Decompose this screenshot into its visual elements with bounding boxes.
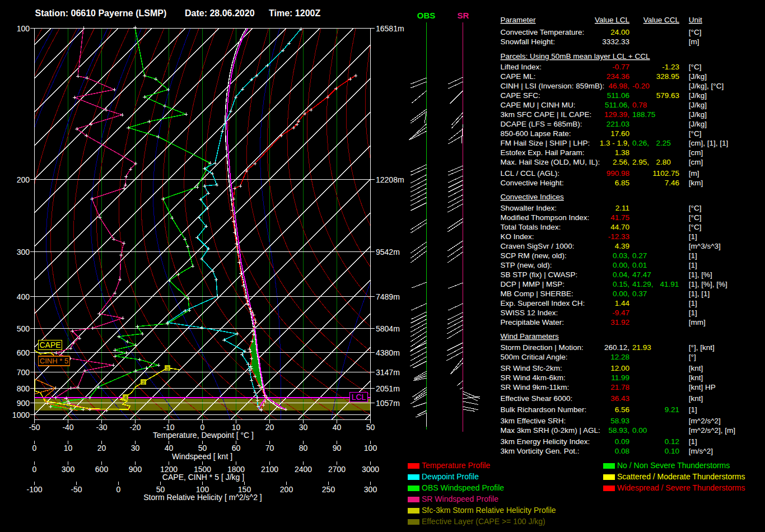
svg-text:Wind Parameters: Wind Parameters	[501, 332, 559, 340]
svg-text:CAPE, CINH * 5 [ J/kg ]: CAPE, CINH * 5 [ J/kg ]	[162, 473, 244, 482]
svg-text:200: 200	[17, 175, 30, 184]
svg-text:9.21: 9.21	[665, 405, 679, 414]
svg-text:1.3 - 1.9,: 1.3 - 1.9,	[600, 139, 629, 147]
svg-text:16581m: 16581m	[376, 24, 404, 33]
svg-text:[m^2/s^2]: [m^2/s^2]	[689, 417, 721, 425]
svg-text:STP (new, old):: STP (new, old):	[501, 261, 552, 269]
svg-text:0.12: 0.12	[665, 437, 679, 446]
svg-text:2.80: 2.80	[656, 158, 671, 166]
svg-text:90: 90	[333, 444, 342, 452]
svg-text:1.44: 1.44	[615, 299, 630, 307]
svg-text:Modified Thompson Index:: Modified Thompson Index:	[501, 213, 590, 222]
svg-text:0.78: 0.78	[632, 101, 647, 109]
svg-text:Parameter: Parameter	[501, 16, 537, 24]
svg-text:Storm Relative Helicity [ m^2: Storm Relative Helicity [ m^2/s^2 ]	[143, 493, 262, 502]
svg-text:300: 300	[62, 465, 75, 474]
svg-text:0.15,: 0.15,	[613, 280, 629, 288]
svg-text:SCP RM (new, old):: SCP RM (new, old):	[501, 251, 567, 260]
svg-text:1102.75: 1102.75	[652, 169, 679, 178]
svg-text:100: 100	[364, 444, 377, 452]
svg-text:2.11: 2.11	[615, 204, 629, 212]
svg-text:221.03: 221.03	[607, 120, 629, 128]
svg-text:20: 20	[97, 444, 106, 452]
svg-text:0.09: 0.09	[615, 437, 629, 446]
svg-text:[1]: [1]	[689, 405, 697, 414]
svg-text:CINH * 5: CINH * 5	[40, 357, 68, 365]
svg-text:3147m: 3147m	[376, 368, 400, 377]
svg-text:[knt]: [knt]	[689, 364, 703, 372]
svg-text:SR Windspeed Profile: SR Windspeed Profile	[422, 494, 498, 503]
svg-text:511.06: 511.06	[607, 91, 629, 100]
svg-text:21.93: 21.93	[632, 343, 651, 352]
svg-text:[J/kg]: [J/kg]	[689, 91, 707, 100]
svg-text:[J/kg]: [J/kg]	[689, 120, 707, 128]
svg-text:-50: -50	[29, 423, 40, 432]
svg-text:FM Hail Size | SHIP | LHP:: FM Hail Size | SHIP | LHP:	[501, 139, 590, 147]
svg-text:0.27: 0.27	[632, 251, 647, 260]
svg-text:-40: -40	[62, 423, 73, 432]
svg-text:2700: 2700	[328, 465, 346, 474]
svg-text:LCL: LCL	[352, 393, 366, 402]
svg-text:OBS Windspeed Profile: OBS Windspeed Profile	[422, 483, 504, 492]
svg-text:0.04,: 0.04,	[613, 270, 629, 279]
svg-text:2.25: 2.25	[656, 139, 671, 147]
svg-text:200: 200	[280, 485, 293, 494]
svg-text:12.28: 12.28	[610, 353, 629, 361]
svg-text:Exp. Supercell Index CH:: Exp. Supercell Index CH:	[501, 299, 585, 307]
svg-text:0.10: 0.10	[665, 447, 679, 455]
svg-text:[knt] HP: [knt] HP	[689, 383, 716, 391]
svg-text:Snowfall Height:: Snowfall Height:	[501, 38, 556, 46]
svg-text:Scattered / Moderate Thunderst: Scattered / Moderate Thunderstorms	[617, 472, 745, 481]
svg-text:2.56,: 2.56,	[613, 158, 629, 166]
svg-text:[°C]: [°C]	[689, 28, 702, 36]
svg-text:4380m: 4380m	[376, 348, 400, 357]
svg-text:600: 600	[95, 465, 109, 474]
svg-text:1057m: 1057m	[376, 399, 400, 408]
svg-text:7.46: 7.46	[665, 179, 679, 187]
svg-text:24.00: 24.00	[610, 28, 629, 36]
svg-text:[°C]: [°C]	[689, 223, 702, 231]
svg-text:CAPE SFC:: CAPE SFC:	[501, 91, 540, 100]
svg-text:[°C]: [°C]	[689, 63, 702, 71]
svg-text:58.93,: 58.93,	[608, 426, 629, 435]
svg-text:40: 40	[165, 444, 174, 452]
svg-text:12.00: 12.00	[610, 364, 629, 372]
svg-text:Storm Direction | Motion:: Storm Direction | Motion:	[501, 343, 584, 352]
svg-text:[°C]: [°C]	[689, 204, 702, 212]
svg-text:2: 2	[142, 380, 144, 385]
svg-text:0.00: 0.00	[632, 426, 647, 435]
svg-text:Showalter Index:: Showalter Index:	[501, 204, 557, 212]
svg-text:0.00,: 0.00,	[613, 261, 629, 269]
svg-text:46.98,: 46.98,	[608, 82, 629, 90]
svg-text:SB STP (fix) | CWASP:: SB STP (fix) | CWASP:	[501, 270, 578, 279]
svg-text:300: 300	[364, 485, 377, 494]
svg-text:700: 700	[17, 368, 30, 377]
svg-text:6.56: 6.56	[615, 405, 629, 414]
svg-text:3km Energy Helicity Index:: 3km Energy Helicity Index:	[501, 437, 590, 446]
svg-text:[°C]: [°C]	[689, 213, 702, 222]
svg-text:800: 800	[17, 384, 30, 393]
svg-text:Station: 06610 Payerne (LSMP): Station: 06610 Payerne (LSMP)	[35, 8, 167, 18]
svg-text:[m]: [m]	[689, 169, 699, 178]
svg-text:3km SFC CAPE | IL CAPE:: 3km SFC CAPE | IL CAPE:	[501, 110, 592, 119]
svg-text:10: 10	[64, 444, 73, 452]
svg-text:6.85: 6.85	[615, 179, 629, 187]
svg-text:Convective Indices: Convective Indices	[501, 193, 565, 201]
svg-text:12208m: 12208m	[376, 175, 404, 184]
svg-text:No / Non Severe Thunderstorms: No / Non Severe Thunderstorms	[617, 461, 730, 470]
svg-text:50: 50	[366, 423, 375, 432]
svg-text:250: 250	[322, 485, 335, 494]
svg-text:-9.47: -9.47	[612, 309, 629, 317]
svg-text:30: 30	[299, 423, 308, 432]
svg-text:5804m: 5804m	[376, 324, 400, 333]
svg-text:SR Wind 9km-11km:: SR Wind 9km-11km:	[501, 383, 570, 391]
svg-text:20: 20	[265, 423, 274, 432]
svg-text:31.92: 31.92	[610, 318, 629, 326]
svg-text:Sfc-3km Storm Relative Helicit: Sfc-3km Storm Relative Helicity Profile	[422, 506, 556, 515]
svg-text:Windspeed [ knt ]: Windspeed [ knt ]	[172, 452, 232, 461]
svg-text:4: 4	[124, 395, 127, 400]
svg-text:[knt]: [knt]	[689, 394, 703, 403]
svg-text:[m/s^2]: [m/s^2]	[689, 447, 713, 455]
svg-text:[J/kg]: [J/kg]	[689, 72, 707, 81]
svg-text:[°], [knt]: [°], [knt]	[689, 343, 715, 352]
